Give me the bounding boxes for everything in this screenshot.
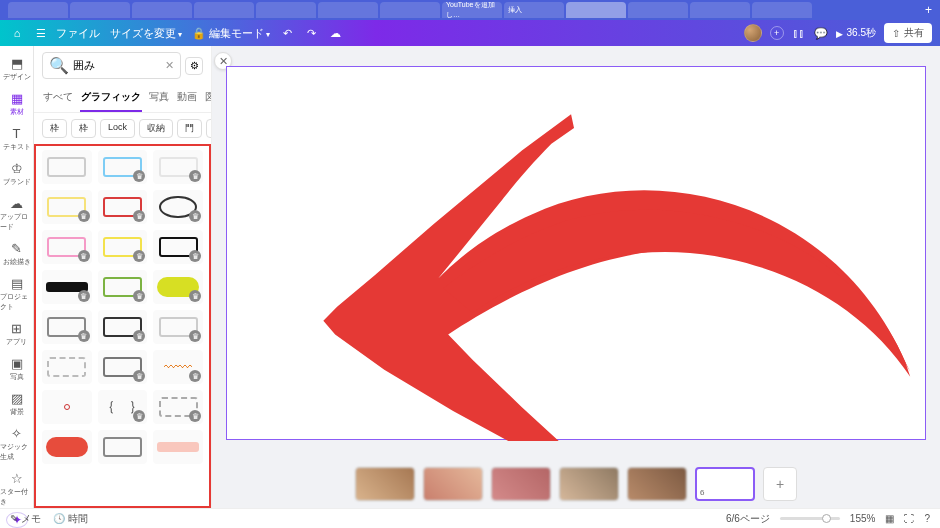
premium-crown-icon: ♛ — [189, 250, 201, 262]
result-item[interactable]: ♛ — [153, 390, 203, 424]
analytics-icon[interactable]: ⫿⫿ — [792, 26, 806, 40]
result-item[interactable]: ♛ — [153, 230, 203, 264]
rail-elements[interactable]: ▦素材 — [0, 87, 34, 120]
rail-brand[interactable]: ♔ブランド — [0, 157, 34, 190]
result-item[interactable]: ♛ — [98, 230, 148, 264]
avatar[interactable] — [744, 24, 762, 42]
result-item[interactable]: ♛ — [42, 310, 92, 344]
tab-graphic[interactable]: グラフィック — [80, 85, 142, 112]
resize-menu[interactable]: サイズを変更▾ — [110, 26, 182, 41]
result-item[interactable] — [42, 350, 92, 384]
zoom-value[interactable]: 155% — [850, 513, 876, 524]
result-item[interactable]: ♛ — [42, 230, 92, 264]
browser-tab[interactable] — [752, 2, 812, 18]
browser-tab[interactable] — [70, 2, 130, 18]
page-thumb[interactable] — [491, 467, 551, 501]
undo-icon[interactable]: ↶ — [280, 26, 294, 40]
result-item[interactable]: 〰〰♛ — [153, 350, 203, 384]
zoom-slider[interactable] — [780, 517, 840, 520]
browser-tab[interactable] — [256, 2, 316, 18]
rail-design[interactable]: ⬒デザイン — [0, 52, 34, 85]
new-tab-button[interactable]: + — [925, 3, 932, 17]
redo-icon[interactable]: ↷ — [304, 26, 318, 40]
page-thumb-current[interactable]: 6 — [695, 467, 755, 501]
result-item[interactable] — [42, 150, 92, 184]
result-item[interactable] — [42, 390, 92, 424]
rail-magic-generate[interactable]: ✧マジック生成 — [0, 422, 34, 465]
browser-tab[interactable] — [194, 2, 254, 18]
clear-search-button[interactable]: ✕ — [165, 59, 174, 72]
result-item[interactable] — [42, 430, 92, 464]
filter-button[interactable]: ⚙ — [185, 57, 203, 75]
help-icon[interactable]: ? — [924, 513, 930, 524]
result-item[interactable]: ♛ — [153, 150, 203, 184]
result-item[interactable]: ♛ — [98, 190, 148, 224]
fullscreen-icon[interactable]: ⛶ — [904, 513, 914, 524]
chip[interactable]: Lock — [100, 119, 135, 138]
result-item[interactable]: ♛ — [42, 270, 92, 304]
tab-video[interactable]: 動画 — [176, 85, 198, 112]
browser-tab-active[interactable] — [566, 2, 626, 18]
page-thumb[interactable] — [355, 467, 415, 501]
result-item[interactable]: ♛ — [42, 190, 92, 224]
play-duration[interactable]: 36.5秒 — [836, 26, 876, 40]
search-input-wrap[interactable]: 🔍 ✕ — [42, 52, 181, 79]
rail-photos[interactable]: ▣写真 — [0, 352, 34, 385]
add-page-button[interactable]: + — [763, 467, 797, 501]
page-thumb[interactable] — [559, 467, 619, 501]
browser-tab[interactable] — [318, 2, 378, 18]
time-button[interactable]: 🕓時間 — [53, 512, 88, 526]
tab-all[interactable]: すべて — [42, 85, 74, 112]
result-item[interactable]: ♛ — [98, 270, 148, 304]
result-item[interactable]: ｛ ｝♛ — [98, 390, 148, 424]
rail-upload[interactable]: ☁アップロード — [0, 192, 34, 235]
tab-photo[interactable]: 写真 — [148, 85, 170, 112]
search-results: ♛♛♛♛♛♛♛♛♛♛♛♛♛♛♛〰〰♛｛ ｝♛♛ — [34, 144, 211, 508]
tab-shape[interactable]: 図形 — [204, 85, 211, 112]
result-item[interactable] — [153, 430, 203, 464]
result-item[interactable] — [98, 430, 148, 464]
category-tabs: すべて グラフィック 写真 動画 図形 ス › — [34, 85, 211, 113]
premium-crown-icon: ♛ — [78, 250, 90, 262]
notes-button[interactable]: ✎メモ — [10, 512, 41, 526]
rail-starred[interactable]: ☆スター付き — [0, 467, 34, 510]
share-button[interactable]: ⇧共有 — [884, 23, 932, 43]
rail-background[interactable]: ▨背景 — [0, 387, 34, 420]
chip[interactable]: 枠 — [42, 119, 67, 138]
chevron-down-icon: ▾ — [178, 30, 182, 39]
result-item[interactable]: ♛ — [153, 190, 203, 224]
chip[interactable]: 門 — [177, 119, 202, 138]
cloud-sync-icon[interactable]: ☁ — [328, 26, 342, 40]
browser-tab[interactable] — [132, 2, 192, 18]
result-item[interactable]: ♛ — [153, 270, 203, 304]
result-item[interactable]: ♛ — [98, 350, 148, 384]
file-menu[interactable]: ファイル — [56, 26, 100, 41]
page-thumb[interactable] — [627, 467, 687, 501]
page-thumb[interactable] — [423, 467, 483, 501]
comment-icon[interactable]: 💬 — [814, 26, 828, 40]
rail-draw[interactable]: ✎お絵描き — [0, 237, 34, 270]
home-icon[interactable]: ⌂ — [8, 24, 26, 42]
add-member-button[interactable]: + — [770, 26, 784, 40]
browser-tab[interactable]: YouTubeを追加し… — [442, 2, 502, 18]
browser-tab[interactable] — [380, 2, 440, 18]
hamburger-icon[interactable]: ☰ — [36, 27, 46, 40]
rail-apps[interactable]: ⊞アプリ — [0, 317, 34, 350]
result-item[interactable]: ♛ — [153, 310, 203, 344]
rail-projects[interactable]: ▤プロジェクト — [0, 272, 34, 315]
result-item[interactable]: ♛ — [98, 310, 148, 344]
chip[interactable]: 枠 — [71, 119, 96, 138]
grid-view-icon[interactable]: ▦ — [885, 513, 894, 524]
chip[interactable]: 立方 — [206, 119, 211, 138]
rail-text[interactable]: Tテキスト — [0, 122, 34, 155]
search-input[interactable] — [73, 60, 161, 72]
browser-tab[interactable] — [690, 2, 750, 18]
browser-tab[interactable] — [628, 2, 688, 18]
brush-arrow-graphic[interactable] — [227, 67, 925, 441]
chip[interactable]: 収納 — [139, 119, 173, 138]
browser-tab[interactable]: 挿入 — [504, 2, 564, 18]
canvas-page[interactable] — [226, 66, 926, 440]
browser-tab[interactable] — [8, 2, 68, 18]
result-item[interactable]: ♛ — [98, 150, 148, 184]
edit-mode-menu[interactable]: 🔒 編集モード▾ — [192, 26, 270, 41]
